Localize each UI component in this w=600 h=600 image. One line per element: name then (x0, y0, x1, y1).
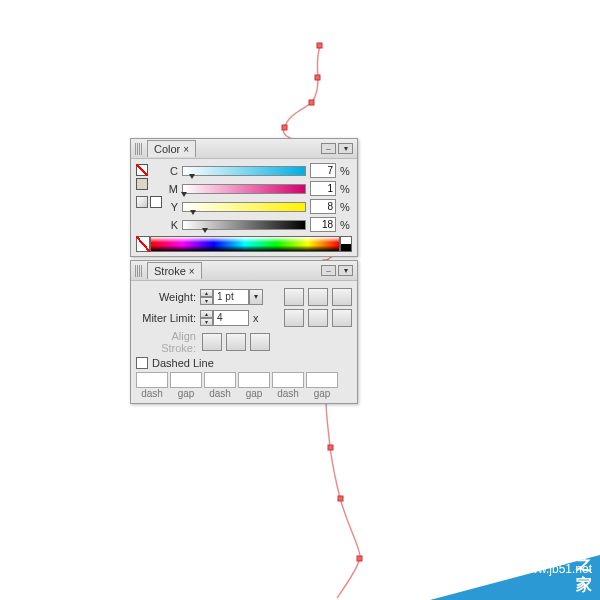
menu-icon[interactable]: ▾ (338, 143, 353, 154)
align-label: Align Stroke: (136, 330, 196, 354)
Y-label: Y (166, 201, 178, 213)
percent-label: % (340, 165, 352, 177)
color-tab[interactable]: Color × (147, 140, 196, 157)
dash-input[interactable] (136, 372, 168, 388)
miter-value[interactable]: 4 (213, 310, 249, 326)
svg-rect-2 (309, 100, 314, 105)
spectrum-picker[interactable] (150, 236, 340, 252)
none-swatch-icon[interactable] (136, 236, 150, 252)
K-value[interactable] (310, 217, 336, 232)
join-bevel-icon[interactable] (332, 309, 352, 327)
swap-icon[interactable] (150, 196, 162, 208)
gap-input[interactable] (306, 372, 338, 388)
close-icon[interactable]: × (189, 266, 195, 277)
fill-swatch[interactable] (136, 164, 148, 176)
bw-swatch-icon[interactable] (340, 236, 352, 252)
color-tab-label: Color (154, 143, 180, 155)
chevron-down-icon[interactable]: ▾ (200, 297, 213, 305)
svg-rect-13 (328, 445, 333, 450)
M-slider[interactable] (182, 184, 306, 194)
color-titlebar[interactable]: Color × – ▾ (131, 139, 357, 159)
menu-icon[interactable]: ▾ (338, 265, 353, 276)
stroke-titlebar[interactable]: Stroke × – ▾ (131, 261, 357, 281)
minimize-icon[interactable]: – (321, 143, 336, 154)
svg-rect-0 (317, 43, 322, 48)
svg-rect-14 (338, 496, 343, 501)
cap-buttons (282, 288, 352, 306)
percent-label: % (340, 183, 352, 195)
cube-icon[interactable] (136, 196, 148, 208)
fill-stroke-swatches[interactable] (136, 163, 166, 232)
align-center-icon (202, 333, 222, 351)
Y-value[interactable] (310, 199, 336, 214)
weight-stepper[interactable]: ▴▾ 1 pt ▾ (200, 289, 263, 305)
stroke-tab-label: Stroke (154, 265, 186, 277)
gap-input[interactable] (238, 372, 270, 388)
C-label: C (166, 165, 178, 177)
cap-square-icon[interactable] (332, 288, 352, 306)
gap-input[interactable] (170, 372, 202, 388)
K-slider[interactable] (182, 220, 306, 230)
dropdown-icon[interactable]: ▾ (249, 289, 263, 305)
join-buttons (282, 309, 352, 327)
svg-rect-3 (282, 125, 287, 130)
cap-round-icon[interactable] (308, 288, 328, 306)
align-outside-icon (250, 333, 270, 351)
dash-input[interactable] (204, 372, 236, 388)
grip-icon[interactable] (135, 265, 143, 277)
svg-rect-15 (357, 556, 362, 561)
dash-input[interactable] (272, 372, 304, 388)
align-buttons (200, 333, 270, 351)
chevron-down-icon[interactable]: ▾ (200, 318, 213, 326)
miter-label: Miter Limit: (136, 312, 196, 324)
M-value[interactable] (310, 181, 336, 196)
close-icon[interactable]: × (183, 144, 189, 155)
K-label: K (166, 219, 178, 231)
minimize-icon[interactable]: – (321, 265, 336, 276)
chevron-up-icon[interactable]: ▴ (200, 289, 213, 297)
stroke-tab[interactable]: Stroke × (147, 262, 202, 279)
align-inside-icon (226, 333, 246, 351)
dash-label: dash (204, 388, 236, 399)
M-label: M (166, 183, 178, 195)
join-round-icon[interactable] (308, 309, 328, 327)
stroke-swatch[interactable] (136, 178, 148, 190)
gap-label: gap (170, 388, 202, 399)
gap-label: gap (306, 388, 338, 399)
weight-label: Weight: (136, 291, 196, 303)
miter-unit: x (253, 312, 265, 324)
watermark-text: 脚本之家 (576, 512, 592, 596)
weight-value[interactable]: 1 pt (213, 289, 249, 305)
percent-label: % (340, 201, 352, 213)
Y-slider[interactable] (182, 202, 306, 212)
dash-label: dash (272, 388, 304, 399)
gap-label: gap (238, 388, 270, 399)
grip-icon[interactable] (135, 143, 143, 155)
svg-rect-1 (315, 75, 320, 80)
miter-stepper[interactable]: ▴▾ 4 (200, 310, 249, 326)
chevron-up-icon[interactable]: ▴ (200, 310, 213, 318)
dashed-checkbox[interactable] (136, 357, 148, 369)
color-panel: Color × – ▾ C %M %Y %K % (130, 138, 358, 257)
C-slider[interactable] (182, 166, 306, 176)
percent-label: % (340, 219, 352, 231)
cap-butt-icon[interactable] (284, 288, 304, 306)
join-miter-icon[interactable] (284, 309, 304, 327)
dashed-label: Dashed Line (152, 357, 214, 369)
C-value[interactable] (310, 163, 336, 178)
stroke-panel: Stroke × – ▾ Weight: ▴▾ 1 pt ▾ (130, 260, 358, 404)
dash-label: dash (136, 388, 168, 399)
